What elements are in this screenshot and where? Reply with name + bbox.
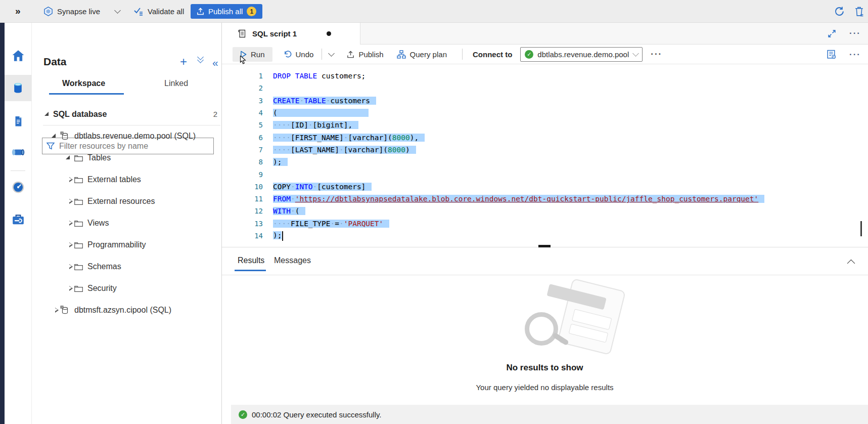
develop-icon	[12, 115, 24, 128]
expand-editor-icon[interactable]	[828, 29, 836, 38]
no-results-illustration	[521, 284, 627, 360]
tree-node-sql-database[interactable]: SQL database 2	[31, 103, 221, 125]
results-splitter-handle[interactable]	[538, 245, 551, 247]
query-plan-label: Query plan	[410, 50, 447, 59]
mouse-cursor	[240, 56, 247, 65]
toolbar-separator	[462, 49, 463, 60]
query-plan-button[interactable]: Query plan	[397, 50, 447, 59]
tab-workspace[interactable]: Workspace	[62, 79, 105, 88]
expanded-arrow-icon[interactable]	[52, 134, 56, 138]
folder-icon	[74, 154, 83, 161]
code-line[interactable]: 9	[221, 168, 868, 180]
tab-linked[interactable]: Linked	[164, 79, 188, 88]
tree-node[interactable]: Programmability	[31, 234, 221, 256]
expanded-arrow-icon[interactable]	[66, 155, 70, 159]
editor-toolbar: Run Undo Publish	[221, 45, 868, 64]
tree-node-label: Schemas	[87, 262, 121, 271]
collapsed-arrow-icon[interactable]	[66, 177, 70, 182]
tree-node[interactable]: External resources	[31, 190, 221, 212]
plus-icon: +	[180, 57, 187, 67]
left-nav-rail	[5, 22, 32, 424]
sql-editor-region: SQL script 1 ··· Run	[221, 22, 868, 424]
folder-icon	[74, 241, 83, 248]
tree-node[interactable]: Security	[31, 277, 221, 299]
undo-dropdown-chevron-icon[interactable]	[329, 50, 335, 57]
line-number: 4	[221, 109, 263, 117]
collapse-panel-icon[interactable]: «	[212, 57, 218, 69]
nav-monitor-button[interactable]	[5, 174, 31, 200]
tree-node[interactable]: dbtlabs.revenue.demo.pool (SQL)	[31, 125, 221, 147]
collapsed-arrow-icon[interactable]	[52, 308, 56, 313]
code-line[interactable]: 14);	[221, 230, 868, 242]
expanded-arrow-icon[interactable]	[44, 112, 49, 116]
publish-all-button[interactable]: Publish all 1	[191, 4, 262, 19]
publish-button[interactable]: Publish	[347, 50, 383, 59]
actions-collapse-icon[interactable]	[198, 57, 203, 62]
tree-node[interactable]: dbtmsft.azsyn.cipool (SQL)	[31, 299, 221, 321]
empty-results-title: No results to show	[221, 363, 868, 373]
tab-more-options-icon[interactable]: ···	[849, 28, 861, 38]
collapsed-arrow-icon[interactable]	[66, 286, 70, 291]
collapsed-arrow-icon[interactable]	[66, 264, 70, 269]
tab-results[interactable]: Results	[238, 256, 264, 265]
line-number: 3	[221, 97, 263, 105]
data-panel-title: Data	[43, 56, 67, 68]
refresh-icon[interactable]	[834, 0, 845, 22]
folder-icon	[74, 176, 83, 183]
folder-icon	[74, 285, 83, 292]
code-line[interactable]: 3CREATE·TABLE·customers	[221, 95, 868, 107]
line-number: 1	[221, 72, 263, 80]
undo-button[interactable]: Undo	[284, 50, 314, 59]
code-line[interactable]: 13····FILE_TYPE·=·'PARQUET'	[221, 218, 868, 230]
connect-to-dropdown[interactable]: ✓ dbtlabs.revenue.demo.pool	[520, 47, 643, 62]
code-line[interactable]: 6····[FIRST_NAME]·[varchar](8000),	[221, 131, 868, 143]
collapsed-arrow-icon[interactable]	[66, 242, 70, 247]
tree-node-label: SQL database	[53, 110, 107, 119]
tree-node[interactable]: Views	[31, 212, 221, 234]
undo-icon	[284, 50, 292, 58]
success-check-icon: ✓	[239, 410, 247, 419]
collapsed-arrow-icon[interactable]	[66, 221, 70, 226]
scrollbar-thumb[interactable]	[860, 221, 862, 236]
monitor-icon	[12, 181, 25, 194]
code-line[interactable]: 11FROM·'https://dbtlabsynapsedatalake.bl…	[221, 193, 868, 205]
tree-node[interactable]: External tables	[31, 168, 221, 190]
chevron-down-icon	[632, 50, 639, 57]
sql-code-editor[interactable]: 1DROP TABLE customers;23CREATE·TABLE·cus…	[221, 64, 868, 247]
add-resource-button[interactable]: +	[180, 57, 187, 67]
tree-node[interactable]: Schemas	[31, 256, 221, 277]
code-line[interactable]: 2	[221, 82, 868, 94]
nav-develop-button[interactable]	[5, 108, 31, 135]
line-number: 7	[221, 146, 263, 154]
line-number: 14	[221, 232, 263, 240]
toolbar-more-options-icon[interactable]: ···	[651, 49, 662, 59]
code-line[interactable]: 10COPY·INTO·[customers]	[221, 181, 868, 193]
run-button[interactable]: Run	[233, 47, 272, 62]
code-line[interactable]: 1DROP TABLE customers;	[221, 70, 868, 82]
collapse-results-icon[interactable]	[848, 259, 854, 268]
nav-data-button[interactable]	[5, 75, 31, 101]
discard-all-icon[interactable]	[854, 0, 864, 22]
code-line[interactable]: 8);	[221, 156, 868, 168]
expand-nav-icon[interactable]: »	[15, 0, 21, 22]
tree-node-label: dbtmsft.azsyn.cipool (SQL)	[74, 306, 171, 315]
tree-node[interactable]: Tables	[31, 147, 221, 168]
nav-home-button[interactable]	[5, 43, 31, 69]
nav-integrate-button[interactable]	[5, 139, 31, 165]
mode-selector[interactable]: Synapse live	[43, 0, 120, 22]
validate-all-button[interactable]: Validate all	[133, 0, 184, 22]
nav-manage-button[interactable]	[5, 206, 31, 233]
collapsed-arrow-icon[interactable]	[66, 199, 70, 204]
properties-icon[interactable]	[827, 50, 836, 59]
code-line[interactable]: 5····[ID]·[bigint],	[221, 119, 868, 131]
tab-messages[interactable]: Messages	[274, 256, 311, 265]
empty-results-subtitle: Your query yielded no displayable result…	[221, 383, 868, 392]
chevron-down-icon	[114, 7, 121, 14]
code-line[interactable]: 7····[LAST_NAME]·[varchar](8000)	[221, 144, 868, 156]
code-line[interactable]: 4(	[221, 107, 868, 119]
tab-sql-script-1[interactable]: SQL script 1	[222, 22, 360, 45]
folder-icon	[74, 241, 83, 248]
resource-tree: SQL database 2 dbtlabs.revenue.demo.pool…	[31, 103, 221, 321]
toolbar-right-more-options-icon[interactable]: ···	[849, 50, 861, 60]
code-line[interactable]: 12WITH·(	[221, 205, 868, 217]
